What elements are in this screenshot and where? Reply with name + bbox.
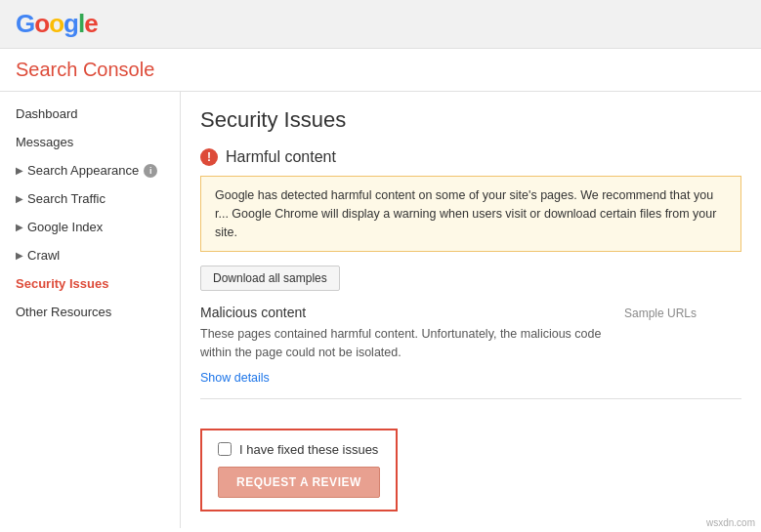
arrow-icon: ▶	[16, 250, 23, 261]
logo-g2: g	[63, 9, 78, 38]
sidebar-item-label: Messages	[16, 135, 73, 149]
fixed-row: I have fixed these issues	[218, 442, 380, 457]
info-icon: i	[144, 164, 157, 178]
sidebar-item-label: Search Traffic	[27, 191, 106, 206]
show-details-link[interactable]: Show details	[200, 371, 270, 385]
arrow-icon: ▶	[16, 193, 23, 204]
malicious-section: Malicious content These pages contained …	[200, 305, 741, 399]
sidebar-item-other-resources[interactable]: Other Resources	[0, 298, 180, 326]
request-review-button[interactable]: REQUEST A REVIEW	[218, 467, 380, 498]
malicious-desc: These pages contained harmful content. U…	[200, 325, 605, 362]
sidebar-item-label: Google Index	[27, 220, 103, 234]
malicious-title: Malicious content	[200, 305, 605, 320]
logo-g: G	[16, 9, 34, 38]
harmful-title: Harmful content	[226, 148, 336, 166]
sc-header: Search Console	[0, 49, 761, 92]
sidebar-item-label: Dashboard	[16, 106, 78, 121]
main-layout: Dashboard Messages ▶ Search Appearance i…	[0, 92, 761, 528]
malicious-left: Malicious content These pages contained …	[200, 305, 605, 385]
harmful-icon: !	[200, 148, 218, 166]
logo-o2: o	[49, 9, 63, 38]
harmful-header: ! Harmful content	[200, 148, 741, 166]
google-bar: Google	[0, 0, 761, 49]
fixed-issues-section: I have fixed these issues REQUEST A REVI…	[200, 429, 398, 512]
sidebar-item-search-traffic[interactable]: ▶ Search Traffic	[0, 184, 180, 213]
fixed-issues-checkbox[interactable]	[218, 442, 232, 456]
sidebar-item-crawl[interactable]: ▶ Crawl	[0, 241, 180, 269]
google-logo: Google	[16, 9, 98, 39]
sidebar-item-label: Other Resources	[16, 305, 111, 319]
sidebar-item-dashboard[interactable]: Dashboard	[0, 100, 180, 128]
sidebar: Dashboard Messages ▶ Search Appearance i…	[0, 92, 181, 528]
logo-e: e	[84, 9, 97, 38]
sidebar-item-label: Search Appearance	[27, 163, 139, 178]
sidebar-item-label: Crawl	[27, 248, 60, 263]
download-all-samples-button[interactable]: Download all samples	[200, 266, 340, 291]
warning-box: Google has detected harmful content on s…	[200, 176, 741, 252]
page-title: Security Issues	[200, 107, 741, 133]
sidebar-item-google-index[interactable]: ▶ Google Index	[0, 213, 180, 241]
warning-text: Google has detected harmful content on s…	[215, 188, 716, 239]
fixed-issues-label: I have fixed these issues	[239, 442, 378, 457]
sc-header-title: Search Console	[16, 59, 154, 80]
logo-o1: o	[34, 9, 49, 38]
sidebar-item-messages[interactable]: Messages	[0, 128, 180, 156]
content-area: Security Issues ! Harmful content Google…	[181, 92, 761, 528]
watermark: wsxdn.com	[706, 517, 755, 528]
sidebar-item-label: Security Issues	[16, 276, 108, 291]
sidebar-item-security-issues[interactable]: Security Issues	[0, 269, 180, 298]
arrow-icon: ▶	[16, 165, 23, 176]
sidebar-item-search-appearance[interactable]: ▶ Search Appearance i	[0, 156, 180, 184]
arrow-icon: ▶	[16, 222, 23, 232]
sample-urls-label: Sample URLs	[624, 305, 741, 385]
